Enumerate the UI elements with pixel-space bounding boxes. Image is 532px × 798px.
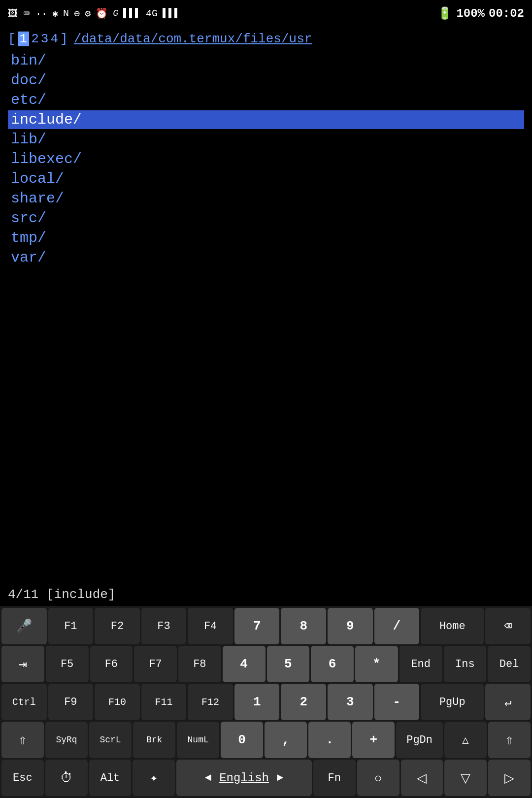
esc-key[interactable]: Esc: [1, 760, 44, 796]
terminal-path[interactable]: /data/data/com.termux/files/usr: [74, 32, 312, 46]
num1-key[interactable]: 1: [234, 684, 280, 720]
file-tmp[interactable]: tmp/: [8, 229, 524, 247]
status-icons-left: 🖼 ⌨ ··: [8, 7, 47, 20]
triangle-key[interactable]: △: [444, 722, 487, 758]
enter-key[interactable]: ↵: [485, 684, 531, 720]
num0-key[interactable]: 0: [221, 722, 263, 758]
num9-key[interactable]: 9: [328, 608, 373, 644]
terminal-area: [ 1 2 3 4 ] /data/data/com.termux/files/…: [0, 27, 532, 583]
alarm-icon: ⏰: [96, 7, 108, 20]
n-icon: N: [63, 8, 69, 19]
keyboard-area: 🎤 F1 F2 F3 F4 7 8 9 / Home ⌫ ⇥ F5 F6 F7 …: [0, 606, 532, 798]
minus-key[interactable]: -: [374, 684, 420, 720]
minus-icon: ⊖: [74, 7, 80, 20]
num6-key[interactable]: 6: [311, 646, 354, 682]
tab-bracket-close: ]: [60, 32, 68, 46]
tab-4[interactable]: 4: [50, 32, 58, 46]
english-language-key[interactable]: ◄ English ►: [176, 760, 312, 796]
plus-key[interactable]: +: [352, 722, 395, 758]
f8-key[interactable]: F8: [178, 646, 221, 682]
nav-right-key[interactable]: ▷: [488, 760, 531, 796]
status-line: 4/11 [include]: [0, 583, 532, 606]
num8-key[interactable]: 8: [281, 608, 326, 644]
tab-1[interactable]: 1: [18, 32, 30, 46]
tab-bar: [ 1 2 3 4 ] /data/data/com.termux/files/…: [8, 32, 524, 46]
pgup-key[interactable]: PgUp: [421, 684, 484, 720]
num5-key[interactable]: 5: [267, 646, 310, 682]
status-right: 🔋 100% 00:02: [437, 6, 524, 21]
file-include[interactable]: include/: [8, 110, 524, 129]
nav-left-key[interactable]: ◁: [401, 760, 443, 796]
asterisk-key[interactable]: *: [355, 646, 398, 682]
scrl-key[interactable]: ScrL: [89, 722, 132, 758]
signal-bars2: ▌▌▌: [163, 8, 180, 19]
fn-key[interactable]: Fn: [313, 760, 356, 796]
kb-row-4: ⇧ SyRq ScrL Brk NumL 0 , . + PgDn △ ⇧: [1, 722, 531, 758]
nav-down-key[interactable]: ▽: [444, 760, 487, 796]
file-lib[interactable]: lib/: [8, 130, 524, 149]
kb-row-5: Esc ⏱ Alt ✦ ◄ English ► Fn ○ ◁ ▽ ▷: [1, 760, 531, 796]
kb-row-2: ⇥ F5 F6 F7 F8 4 5 6 * End Ins Del: [1, 646, 531, 682]
file-etc[interactable]: etc/: [8, 91, 524, 109]
pgdn-key[interactable]: PgDn: [396, 722, 443, 758]
f2-key[interactable]: F2: [95, 608, 140, 644]
battery-icon: 🔋: [437, 6, 452, 21]
alt-key[interactable]: Alt: [89, 760, 132, 796]
kb-row-1: 🎤 F1 F2 F3 F4 7 8 9 / Home ⌫: [1, 608, 531, 644]
backspace-key[interactable]: ⌫: [485, 608, 531, 644]
ctrl-key[interactable]: Ctrl: [1, 684, 47, 720]
num3-key[interactable]: 3: [328, 684, 373, 720]
f11-key[interactable]: F11: [141, 684, 187, 720]
f1-key[interactable]: F1: [48, 608, 94, 644]
english-left-arrow: ◄: [205, 772, 211, 784]
bluetooth-icon: ✱: [52, 7, 58, 20]
clock-time: 00:02: [489, 7, 524, 20]
f9-key[interactable]: F9: [48, 684, 94, 720]
slash-key[interactable]: /: [374, 608, 420, 644]
status-text: 4/11 [include]: [8, 587, 115, 602]
clock-key[interactable]: ⏱: [45, 760, 88, 796]
period-key[interactable]: .: [308, 722, 351, 758]
mic-key[interactable]: 🎤: [1, 608, 47, 644]
num7-key[interactable]: 7: [234, 608, 280, 644]
file-list: bin/ doc/ etc/ include/ lib/ libexec/ lo…: [8, 51, 524, 267]
signal-bars: ▌▌▌: [123, 8, 141, 19]
file-libexec[interactable]: libexec/: [8, 150, 524, 168]
shift-left-key[interactable]: ⇧: [1, 722, 44, 758]
num4-key[interactable]: 4: [223, 646, 266, 682]
tab-3[interactable]: 3: [41, 32, 49, 46]
f7-key[interactable]: F7: [134, 646, 177, 682]
ins-key[interactable]: Ins: [444, 646, 487, 682]
shift-right-key[interactable]: ⇧: [488, 722, 531, 758]
circle-key[interactable]: ○: [357, 760, 399, 796]
file-doc[interactable]: doc/: [8, 71, 524, 90]
g-letter: G: [113, 8, 118, 18]
f6-key[interactable]: F6: [90, 646, 133, 682]
comma-key[interactable]: ,: [265, 722, 307, 758]
status-bar: 🖼 ⌨ ·· ✱ N ⊖ ⚙ ⏰ G ▌▌▌ 4G ▌▌▌ 🔋 100% 00:…: [0, 0, 532, 27]
del-key[interactable]: Del: [488, 646, 531, 682]
english-label: English: [219, 771, 269, 785]
numl-key[interactable]: NumL: [177, 722, 219, 758]
end-key[interactable]: End: [399, 646, 442, 682]
f5-key[interactable]: F5: [46, 646, 89, 682]
file-share[interactable]: share/: [8, 189, 524, 208]
file-var[interactable]: var/: [8, 248, 524, 267]
tab-key[interactable]: ⇥: [1, 646, 44, 682]
f4-key[interactable]: F4: [188, 608, 233, 644]
file-bin[interactable]: bin/: [8, 51, 524, 70]
num2-key[interactable]: 2: [281, 684, 326, 720]
diamond-key[interactable]: ✦: [133, 760, 175, 796]
tools-icon: ⚙: [85, 7, 91, 20]
f10-key[interactable]: F10: [95, 684, 140, 720]
file-local[interactable]: local/: [8, 169, 524, 188]
english-right-arrow: ►: [277, 772, 283, 784]
tab-2[interactable]: 2: [31, 32, 39, 46]
tab-bracket-open: [: [8, 32, 16, 46]
brk-key[interactable]: Brk: [133, 722, 175, 758]
f3-key[interactable]: F3: [141, 608, 187, 644]
syrq-key[interactable]: SyRq: [45, 722, 88, 758]
home-key[interactable]: Home: [421, 608, 484, 644]
file-src[interactable]: src/: [8, 209, 524, 228]
f12-key[interactable]: F12: [188, 684, 233, 720]
